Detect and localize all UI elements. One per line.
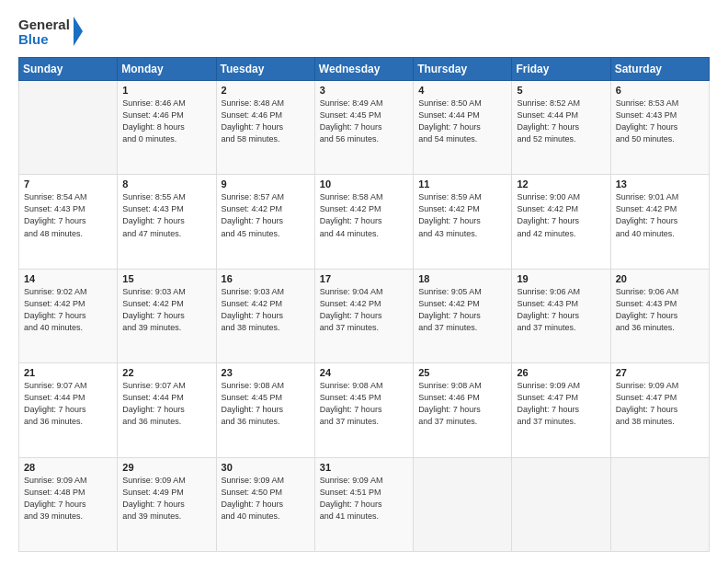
- calendar-cell: 18Sunrise: 9:05 AM Sunset: 4:42 PM Dayli…: [414, 269, 512, 362]
- day-info: Sunrise: 9:05 AM Sunset: 4:42 PM Dayligh…: [418, 286, 506, 334]
- day-number: 1: [122, 85, 210, 96]
- calendar-week-5: 28Sunrise: 9:09 AM Sunset: 4:48 PM Dayli…: [19, 457, 710, 551]
- day-number: 29: [122, 462, 210, 473]
- calendar-week-2: 7Sunrise: 8:54 AM Sunset: 4:43 PM Daylig…: [19, 175, 710, 269]
- day-number: 9: [222, 178, 310, 190]
- day-number: 19: [517, 273, 605, 284]
- day-number: 11: [418, 178, 506, 190]
- calendar-week-4: 21Sunrise: 9:07 AM Sunset: 4:44 PM Dayli…: [19, 363, 710, 457]
- day-info: Sunrise: 9:06 AM Sunset: 4:43 PM Dayligh…: [517, 286, 605, 334]
- col-header-monday: Monday: [118, 58, 216, 81]
- calendar-cell: 20Sunrise: 9:06 AM Sunset: 4:43 PM Dayli…: [610, 269, 709, 362]
- calendar-cell: 25Sunrise: 9:08 AM Sunset: 4:46 PM Dayli…: [414, 363, 512, 457]
- calendar-cell: 29Sunrise: 9:09 AM Sunset: 4:49 PM Dayli…: [118, 457, 216, 551]
- col-header-saturday: Saturday: [610, 58, 709, 81]
- svg-marker-2: [74, 17, 83, 46]
- day-number: 22: [122, 367, 210, 378]
- calendar-cell: 16Sunrise: 9:03 AM Sunset: 4:42 PM Dayli…: [216, 269, 314, 362]
- calendar-cell: 4Sunrise: 8:50 AM Sunset: 4:44 PM Daylig…: [414, 81, 512, 175]
- calendar-cell: 13Sunrise: 9:01 AM Sunset: 4:42 PM Dayli…: [610, 175, 709, 269]
- calendar-cell: 21Sunrise: 9:07 AM Sunset: 4:44 PM Dayli…: [19, 363, 118, 457]
- col-header-thursday: Thursday: [414, 58, 512, 81]
- day-info: Sunrise: 8:53 AM Sunset: 4:43 PM Dayligh…: [616, 98, 704, 145]
- calendar-cell: 3Sunrise: 8:49 AM Sunset: 4:45 PM Daylig…: [314, 81, 413, 175]
- svg-text:Blue: Blue: [18, 31, 49, 47]
- logo-svg: GeneralBlue: [18, 15, 83, 50]
- calendar-cell: 1Sunrise: 8:46 AM Sunset: 4:46 PM Daylig…: [118, 81, 216, 175]
- day-info: Sunrise: 9:08 AM Sunset: 4:45 PM Dayligh…: [222, 380, 310, 428]
- day-number: 12: [517, 178, 605, 190]
- calendar-cell: 22Sunrise: 9:07 AM Sunset: 4:44 PM Dayli…: [118, 363, 216, 457]
- calendar-cell: [610, 457, 709, 551]
- day-info: Sunrise: 9:09 AM Sunset: 4:47 PM Dayligh…: [616, 380, 704, 428]
- day-number: 21: [24, 367, 112, 378]
- day-number: 20: [616, 273, 704, 284]
- calendar-cell: 15Sunrise: 9:03 AM Sunset: 4:42 PM Dayli…: [118, 269, 216, 362]
- day-info: Sunrise: 9:03 AM Sunset: 4:42 PM Dayligh…: [122, 286, 210, 334]
- day-info: Sunrise: 9:07 AM Sunset: 4:44 PM Dayligh…: [24, 380, 112, 428]
- day-info: Sunrise: 9:09 AM Sunset: 4:50 PM Dayligh…: [222, 475, 310, 523]
- day-number: 30: [222, 462, 310, 473]
- day-number: 8: [122, 178, 210, 190]
- calendar-cell: 10Sunrise: 8:58 AM Sunset: 4:42 PM Dayli…: [314, 175, 413, 269]
- day-number: 27: [616, 367, 704, 378]
- col-header-sunday: Sunday: [19, 58, 118, 81]
- calendar-header-row: SundayMondayTuesdayWednesdayThursdayFrid…: [19, 58, 710, 81]
- day-number: 16: [222, 273, 310, 284]
- day-number: 17: [320, 273, 408, 284]
- calendar-cell: 26Sunrise: 9:09 AM Sunset: 4:47 PM Dayli…: [512, 363, 610, 457]
- calendar-cell: 24Sunrise: 9:08 AM Sunset: 4:45 PM Dayli…: [314, 363, 413, 457]
- day-info: Sunrise: 9:09 AM Sunset: 4:47 PM Dayligh…: [517, 380, 605, 428]
- day-info: Sunrise: 8:50 AM Sunset: 4:44 PM Dayligh…: [418, 98, 506, 145]
- calendar-cell: 5Sunrise: 8:52 AM Sunset: 4:44 PM Daylig…: [512, 81, 610, 175]
- calendar-cell: [512, 457, 610, 551]
- day-info: Sunrise: 9:02 AM Sunset: 4:42 PM Dayligh…: [24, 286, 112, 334]
- col-header-friday: Friday: [512, 58, 610, 81]
- svg-text:General: General: [18, 17, 70, 32]
- day-info: Sunrise: 9:07 AM Sunset: 4:44 PM Dayligh…: [122, 380, 210, 428]
- day-number: 6: [616, 85, 704, 96]
- calendar-cell: [19, 81, 118, 175]
- day-number: 25: [418, 367, 506, 378]
- calendar-cell: 11Sunrise: 8:59 AM Sunset: 4:42 PM Dayli…: [414, 175, 512, 269]
- day-number: 10: [320, 178, 408, 190]
- day-number: 3: [320, 85, 408, 96]
- day-number: 28: [24, 462, 112, 473]
- day-info: Sunrise: 8:46 AM Sunset: 4:46 PM Dayligh…: [122, 98, 210, 145]
- day-number: 23: [222, 367, 310, 378]
- day-info: Sunrise: 9:04 AM Sunset: 4:42 PM Dayligh…: [320, 286, 408, 334]
- calendar-cell: 9Sunrise: 8:57 AM Sunset: 4:42 PM Daylig…: [216, 175, 314, 269]
- day-number: 26: [517, 367, 605, 378]
- day-info: Sunrise: 9:03 AM Sunset: 4:42 PM Dayligh…: [222, 286, 310, 334]
- day-number: 13: [616, 178, 704, 190]
- day-number: 14: [24, 273, 112, 284]
- calendar-cell: 19Sunrise: 9:06 AM Sunset: 4:43 PM Dayli…: [512, 269, 610, 362]
- day-info: Sunrise: 8:57 AM Sunset: 4:42 PM Dayligh…: [222, 191, 310, 239]
- calendar-cell: 7Sunrise: 8:54 AM Sunset: 4:43 PM Daylig…: [19, 175, 118, 269]
- calendar-cell: 17Sunrise: 9:04 AM Sunset: 4:42 PM Dayli…: [314, 269, 413, 362]
- day-number: 31: [320, 462, 408, 473]
- calendar-week-3: 14Sunrise: 9:02 AM Sunset: 4:42 PM Dayli…: [19, 269, 710, 362]
- day-info: Sunrise: 8:55 AM Sunset: 4:43 PM Dayligh…: [122, 191, 210, 239]
- day-info: Sunrise: 9:00 AM Sunset: 4:42 PM Dayligh…: [517, 191, 605, 239]
- day-info: Sunrise: 9:09 AM Sunset: 4:49 PM Dayligh…: [122, 475, 210, 523]
- calendar-cell: 23Sunrise: 9:08 AM Sunset: 4:45 PM Dayli…: [216, 363, 314, 457]
- day-info: Sunrise: 8:58 AM Sunset: 4:42 PM Dayligh…: [320, 191, 408, 239]
- calendar-week-1: 1Sunrise: 8:46 AM Sunset: 4:46 PM Daylig…: [19, 81, 710, 175]
- day-info: Sunrise: 9:09 AM Sunset: 4:48 PM Dayligh…: [24, 475, 112, 523]
- day-number: 18: [418, 273, 506, 284]
- day-info: Sunrise: 9:01 AM Sunset: 4:42 PM Dayligh…: [616, 191, 704, 239]
- day-info: Sunrise: 9:06 AM Sunset: 4:43 PM Dayligh…: [616, 286, 704, 334]
- calendar-cell: 2Sunrise: 8:48 AM Sunset: 4:46 PM Daylig…: [216, 81, 314, 175]
- calendar-cell: 27Sunrise: 9:09 AM Sunset: 4:47 PM Dayli…: [610, 363, 709, 457]
- day-info: Sunrise: 9:08 AM Sunset: 4:45 PM Dayligh…: [320, 380, 408, 428]
- calendar-cell: 6Sunrise: 8:53 AM Sunset: 4:43 PM Daylig…: [610, 81, 709, 175]
- day-number: 4: [418, 85, 506, 96]
- col-header-tuesday: Tuesday: [216, 58, 314, 81]
- calendar-cell: [414, 457, 512, 551]
- logo: GeneralBlue: [18, 15, 83, 50]
- day-number: 2: [222, 85, 310, 96]
- col-header-wednesday: Wednesday: [314, 58, 413, 81]
- calendar-cell: 12Sunrise: 9:00 AM Sunset: 4:42 PM Dayli…: [512, 175, 610, 269]
- day-info: Sunrise: 8:52 AM Sunset: 4:44 PM Dayligh…: [517, 98, 605, 145]
